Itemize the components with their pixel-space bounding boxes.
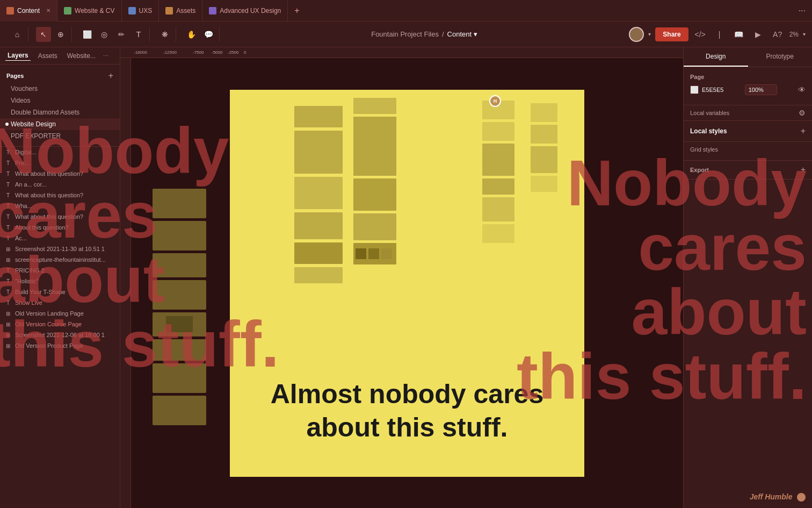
main-canvas-frame[interactable]: H Almost nobody cares about this stuff. (230, 90, 584, 477)
layer-ac[interactable]: T Ac... (0, 233, 120, 244)
frame-thumbnails-area: H (230, 90, 584, 278)
layer-screenshot-2[interactable]: ⊞ Screenshot 2021-12-06 at 18.00 1 (0, 330, 120, 340)
layer-what1[interactable]: T What about this question? (0, 168, 120, 179)
share-button[interactable]: Share (655, 27, 688, 41)
local-variables-label: Local variables (690, 110, 729, 116)
layer-show-live[interactable]: T Show Live (0, 297, 120, 308)
chevron-down-icon[interactable]: ▾ (474, 30, 477, 38)
color-input-group[interactable]: E5E5E5 (690, 85, 723, 94)
far-frame-1 (531, 103, 557, 122)
play-button[interactable]: ▶ (751, 27, 766, 42)
zoom-level[interactable]: 2% (789, 31, 799, 38)
variables-icon[interactable]: ⚙ (799, 109, 806, 117)
layer-what2[interactable]: T What about this question? (0, 190, 120, 201)
text-tool[interactable]: T (131, 27, 146, 42)
local-variables-row[interactable]: Local variables ⚙ (684, 105, 812, 121)
code-view-button[interactable]: </> (693, 27, 708, 42)
text-layer-icon-7: T (4, 213, 12, 220)
layer-screenshot-1[interactable]: ⊞ Screenshot 2021-11-30 at 10.51 1 (0, 244, 120, 254)
text-layer-icon-6: T (4, 202, 12, 210)
tab-label-advanced: Advanced UX Design (220, 7, 281, 15)
layer-digital[interactable]: T Digital... (0, 147, 120, 158)
sidebar-tab-websites[interactable]: Website... (65, 51, 98, 61)
tab-label-website: Website & CV (75, 7, 114, 15)
color-swatch[interactable] (690, 85, 699, 94)
layer-pricing2[interactable]: T PRICING 2 (0, 265, 120, 276)
sidebar-more-button[interactable]: ⋯ (103, 53, 108, 59)
breadcrumb-project[interactable]: Fountain Project Files (371, 30, 439, 38)
frame-layer-icon-2: ⊞ (4, 320, 12, 328)
thumb-2 (153, 221, 206, 251)
layer-build[interactable]: T Build Your T-Shape (0, 287, 120, 297)
layer-holistic[interactable]: T "Holistic" (0, 276, 120, 287)
mini-thumb (356, 248, 366, 259)
component-tool[interactable]: ❋ (157, 27, 172, 42)
aa-button[interactable]: A? (770, 27, 785, 42)
tab-uxs[interactable]: UXS (122, 0, 160, 22)
tabs-container: Content ✕ Website & CV UXS Assets Advanc… (0, 0, 792, 22)
tab-design[interactable]: Design (684, 47, 748, 67)
frame-col-2 (353, 98, 396, 264)
add-local-style-button[interactable]: + (801, 126, 806, 136)
page-website-design[interactable]: Website Design (0, 118, 120, 130)
select-tool[interactable]: ↖ (36, 27, 51, 42)
tab-website[interactable]: Website & CV (57, 0, 121, 22)
add-tab-button[interactable]: + (288, 6, 306, 16)
layer-about[interactable]: T About this question? (0, 222, 120, 233)
add-export-button[interactable]: + (801, 165, 806, 175)
hand-tool[interactable]: ✋ (184, 27, 199, 42)
page-vouchers[interactable]: Vouchers (0, 83, 120, 95)
opacity-input[interactable]: 100% (745, 84, 777, 95)
ruler-mark-5: -2500 (228, 50, 238, 55)
scale-tool[interactable]: ⊕ (53, 27, 68, 42)
comment-tool[interactable]: 💬 (201, 27, 216, 42)
text-layer-icon-2: T (4, 159, 12, 167)
page-videos[interactable]: Videos (0, 95, 120, 106)
text-layer-icon-10: T (4, 267, 12, 274)
zoom-chevron[interactable]: ▾ (803, 31, 806, 37)
small-frame-1 (294, 106, 343, 127)
eye-icon[interactable]: 👁 (798, 85, 806, 94)
tab-icon-content (6, 7, 14, 15)
canvas-main-text: Almost nobody cares about this stuff. (251, 377, 563, 445)
page-pdf-exporter[interactable]: PDF EXPORTER (0, 130, 120, 142)
more-tabs-button[interactable]: ··· (792, 6, 812, 16)
canvas-content[interactable]: H Almost nobody cares about this stuff. (131, 58, 683, 508)
add-page-button[interactable]: + (108, 71, 113, 81)
breadcrumb-separator: / (442, 30, 444, 38)
avatar-chevron[interactable]: ▾ (648, 31, 651, 37)
ruler-left (120, 58, 131, 508)
old-frame-3 (482, 144, 514, 176)
tab-advanced[interactable]: Advanced UX Design (202, 0, 288, 22)
sidebar-tab-layers[interactable]: Layers (5, 51, 31, 61)
layer-what3[interactable]: T What about this question? (0, 211, 120, 222)
home-button[interactable]: ⌂ (10, 27, 25, 42)
color-value[interactable]: E5E5E5 (702, 87, 723, 93)
layers-section: T Digital... T Pro... T What about this … (0, 147, 120, 508)
tab-prototype[interactable]: Prototype (748, 47, 813, 67)
tab-icon-advanced (209, 7, 216, 15)
layer-old-product[interactable]: ⊞ Old Version Product Page (0, 340, 120, 351)
local-styles-title: Local styles (690, 127, 727, 135)
layer-old-landing[interactable]: ⊞ Old Version Landing Page (0, 308, 120, 319)
frame-col-1 (294, 106, 343, 283)
shape-tool[interactable]: ◎ (97, 27, 112, 42)
pen-tool[interactable]: ✏ (114, 27, 129, 42)
ruler-top: -18000 -12500 -7500 -5000 -2500 0 (120, 47, 683, 58)
page-double-diamond[interactable]: Double Diamond Assets (0, 106, 120, 118)
sidebar-tab-assets[interactable]: Assets (36, 51, 60, 61)
layer-old-course[interactable]: ⊞ Old Version Course Page (0, 319, 120, 330)
layer-pro[interactable]: T Pro... (0, 158, 120, 168)
small-frame-11 (353, 243, 396, 264)
layer-an-a[interactable]: T An a... cor... (0, 179, 120, 190)
layer-screencapture[interactable]: ⊞ screencapture-thefountaininstitut... (0, 254, 120, 265)
tab-assets[interactable]: Assets (159, 0, 202, 22)
breadcrumb-current: Content ▾ (447, 30, 478, 38)
library-button[interactable]: 📖 (731, 27, 746, 42)
tab-content[interactable]: Content ✕ (0, 0, 57, 22)
small-frame-9 (353, 178, 396, 211)
layer-wha[interactable]: T Wha... (0, 201, 120, 211)
image-layer-icon-3: ⊞ (4, 331, 12, 339)
tab-close-content[interactable]: ✕ (46, 8, 50, 13)
frame-tool[interactable]: ⬜ (79, 27, 95, 42)
